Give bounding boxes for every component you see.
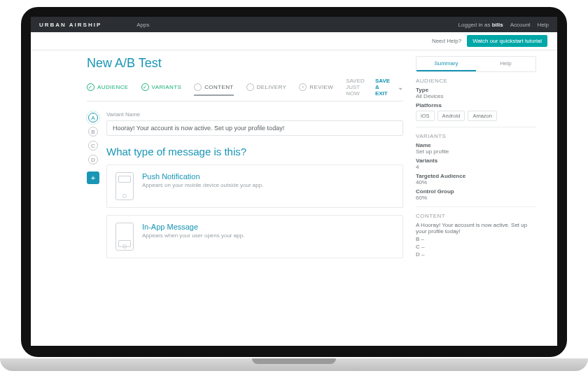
step-delivery[interactable]: DELIVERY [246, 83, 287, 91]
variant-rail: A B C D + [87, 111, 99, 265]
name-k: Name [416, 142, 536, 148]
variant-dot-a[interactable]: A [88, 113, 98, 122]
nav-apps[interactable]: Apps [136, 22, 149, 28]
top-nav: URBAN AIRSHIP Apps Logged in as bills Ac… [31, 17, 557, 32]
page-title: New A/B Test [87, 56, 403, 71]
variant-name-input[interactable]: Hooray! Your account is now active. Set … [106, 120, 403, 136]
content-b: B – [416, 236, 536, 242]
logged-in-text: Logged in as bills [458, 22, 503, 28]
control-k: Control Group [416, 188, 536, 195]
brand-logo: URBAN AIRSHIP [39, 22, 102, 28]
audience-type-k: Type [416, 87, 536, 93]
circle-icon [194, 83, 202, 91]
step-review[interactable]: REVIEW [299, 83, 333, 91]
targeted-k: Targeted Audience [416, 173, 536, 179]
option-title: In-App Message [142, 223, 244, 231]
arrow-icon [299, 83, 307, 91]
name-v: Set up profile [416, 148, 536, 155]
circle-icon [246, 83, 254, 91]
message-type-heading: What type of message is this? [106, 146, 403, 158]
check-icon: ✓ [87, 83, 94, 91]
chip-ios: iOS [416, 111, 435, 121]
add-variant-button[interactable]: + [87, 172, 99, 184]
variant-name-label: Variant Name [106, 111, 403, 118]
content-a: A Hooray! Your account is now active. Se… [416, 222, 536, 234]
step-audience[interactable]: ✓ AUDIENCE [87, 83, 129, 91]
step-content[interactable]: CONTENT [194, 83, 233, 96]
audience-type-v: All Devices [416, 93, 536, 99]
help-bar: Need Help? Watch our quickstart tutorial [31, 32, 557, 50]
summary-panel: Summary Help AUDIENCE Type All Devices P… [416, 56, 536, 265]
variant-dot-b[interactable]: B [88, 127, 98, 136]
option-desc: Appears when your user opens your app. [142, 232, 244, 239]
save-exit-button[interactable]: SAVE & EXIT [375, 78, 391, 97]
variant-dot-c[interactable]: C [88, 141, 98, 150]
phone-inapp-icon [115, 223, 134, 251]
content-d: D – [416, 251, 536, 258]
variants-k: Variants [416, 158, 536, 164]
variants-v: 4 [416, 164, 536, 170]
section-content: CONTENT [416, 213, 536, 219]
need-help-label: Need Help? [432, 38, 461, 44]
chip-amazon: Amazon [468, 111, 497, 121]
platforms-k: Platforms [416, 102, 536, 108]
tutorial-button[interactable]: Watch our quickstart tutorial [467, 35, 547, 47]
section-audience: AUDIENCE [416, 78, 536, 84]
step-nav: ✓ AUDIENCE ✓ VARIANTS CONTENT DELIVERY [87, 78, 403, 102]
section-variants: VARIANTS [416, 133, 536, 139]
chip-android: Android [438, 111, 465, 121]
step-variants[interactable]: ✓ VARIANTS [141, 83, 182, 91]
tab-summary[interactable]: Summary [416, 57, 476, 71]
option-title: Push Notification [142, 172, 263, 181]
option-push-notification[interactable]: Push Notification Appears on your mobile… [106, 164, 403, 208]
phone-push-icon [115, 172, 134, 200]
nav-help[interactable]: Help [538, 22, 549, 28]
control-v: 60% [416, 195, 536, 201]
tab-help[interactable]: Help [476, 57, 536, 71]
nav-account[interactable]: Account [510, 22, 531, 28]
targeted-v: 40% [416, 179, 536, 186]
option-in-app-message[interactable]: In-App Message Appears when your user op… [106, 215, 403, 258]
option-desc: Appears on your mobile device outside yo… [142, 182, 263, 188]
saved-status: SAVED JUST NOW [346, 78, 368, 97]
content-c: C – [416, 244, 536, 250]
variant-dot-d[interactable]: D [88, 155, 98, 164]
chevron-down-icon[interactable]: ⌄ [398, 83, 403, 91]
check-icon: ✓ [141, 83, 149, 91]
